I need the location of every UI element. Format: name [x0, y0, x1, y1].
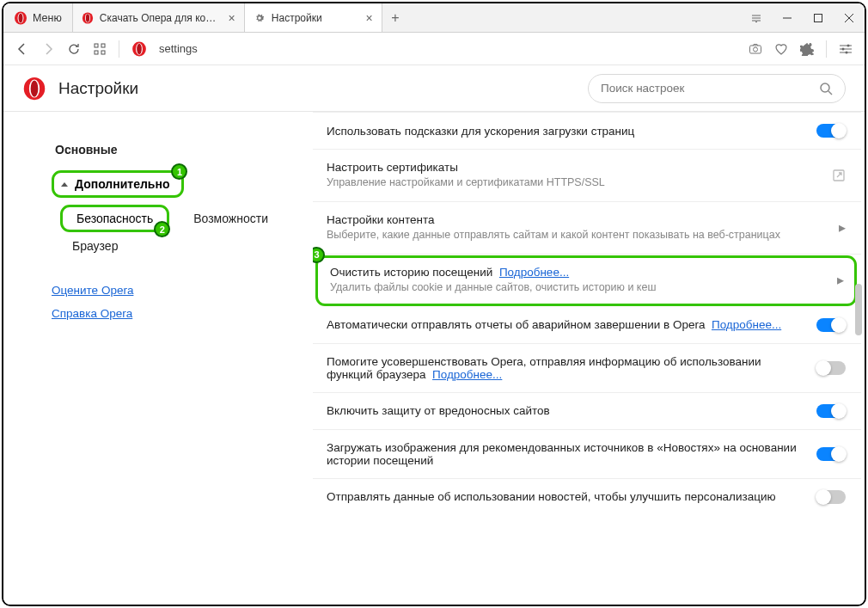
settings-search-input[interactable] — [601, 82, 810, 95]
svg-point-21 — [31, 80, 39, 96]
svg-point-13 — [137, 43, 142, 53]
new-tab-button[interactable]: + — [382, 3, 408, 32]
svg-point-22 — [821, 83, 829, 92]
row-title: Использовать подсказки для ускорения заг… — [327, 125, 806, 138]
settings-search[interactable] — [588, 74, 846, 103]
opera-menu-label: Меню — [33, 12, 62, 24]
row-usage-info[interactable]: Помогите усовершенствовать Opera, отправ… — [313, 344, 861, 393]
row-news-personalization[interactable]: Отправлять данные об использовании новос… — [313, 479, 861, 515]
row-content-settings[interactable]: Настройки контента Выберите, какие данны… — [313, 202, 861, 255]
svg-point-15 — [754, 47, 758, 52]
svg-rect-9 — [95, 51, 98, 54]
sidebar-label-security: Безопасность — [76, 212, 153, 225]
maximize-button[interactable] — [803, 3, 834, 32]
sidebar: Основные Дополнительно 1 Безопасность 2 … — [3, 112, 313, 605]
title-bar: Меню Скачать Опера для компь × Настройки… — [3, 3, 865, 33]
opera-logo-icon — [22, 77, 46, 101]
toggle-usage-info[interactable] — [816, 361, 846, 375]
row-subtitle: Выберите, какие данные отправлять сайтам… — [327, 228, 828, 243]
sidebar-label-advanced: Дополнительно — [75, 177, 169, 191]
row-news-images[interactable]: Загружать изображения для рекомендованны… — [313, 430, 861, 479]
svg-rect-6 — [815, 14, 822, 21]
forward-button[interactable] — [41, 42, 55, 56]
row-prediction-hints[interactable]: Использовать подсказки для ускорения заг… — [313, 112, 861, 150]
row-title: Включить защиту от вредоносных сайтов — [327, 404, 806, 417]
toggle-news-images[interactable] — [816, 447, 846, 461]
settings-list: Использовать подсказки для ускорения заг… — [313, 112, 865, 605]
learn-more-link[interactable]: Подробнее... — [432, 368, 502, 381]
sidebar-link-rate[interactable]: Оцените Opera — [52, 279, 133, 302]
row-title: Очистить историю посещений Подробнее... — [330, 266, 827, 279]
sidebar-link-help[interactable]: Справка Opera — [52, 302, 132, 325]
addon-icon[interactable] — [800, 42, 814, 56]
row-malware-protection[interactable]: Включить защиту от вредоносных сайтов — [313, 393, 861, 430]
page-title: Настройки — [58, 79, 588, 98]
window-controls — [741, 3, 865, 32]
opera-logo-icon — [14, 11, 28, 25]
row-clear-browsing-data[interactable]: 3 Очистить историю посещений Подробнее..… — [316, 256, 856, 305]
heart-icon[interactable] — [774, 42, 788, 56]
svg-point-16 — [847, 44, 850, 46]
sidebar-item-browser[interactable]: Браузер — [69, 232, 121, 260]
address-text[interactable]: settings — [159, 42, 737, 55]
tab-close-button[interactable]: × — [364, 11, 375, 25]
svg-point-17 — [842, 47, 845, 50]
row-title: Отправлять данные об использовании новос… — [327, 490, 806, 503]
tab-settings[interactable]: Настройки × — [245, 3, 382, 32]
row-title: Настройки контента — [327, 213, 828, 226]
chevron-right-icon: ▸ — [837, 272, 844, 288]
opera-menu-button[interactable]: Меню — [3, 3, 73, 32]
toggle-crash-reports[interactable] — [816, 318, 846, 332]
opera-favicon-icon — [82, 12, 94, 24]
row-subtitle: Управление настройками и сертификатами H… — [327, 175, 822, 190]
tab-title: Настройки — [272, 12, 358, 24]
sidebar-item-features[interactable]: Возможности — [190, 205, 272, 232]
row-title: Настроить сертификаты — [327, 161, 822, 174]
back-button[interactable] — [15, 42, 29, 56]
annotation-badge-1: 1 — [171, 163, 187, 180]
svg-rect-7 — [95, 44, 98, 47]
easy-setup-icon[interactable] — [839, 42, 853, 56]
snapshot-icon[interactable] — [749, 42, 762, 56]
svg-rect-8 — [101, 44, 105, 47]
row-crash-reports[interactable]: Автоматически отправлять отчеты об авари… — [313, 307, 861, 344]
row-title: Загружать изображения для рекомендованны… — [327, 441, 806, 467]
learn-more-link[interactable]: Подробнее... — [499, 266, 569, 279]
toolbar-menu-icon[interactable] — [741, 3, 772, 32]
row-title: Автоматически отправлять отчеты об авари… — [327, 318, 806, 331]
tab-download-opera[interactable]: Скачать Опера для компь × — [73, 3, 245, 32]
minimize-button[interactable] — [772, 3, 803, 32]
svg-point-5 — [86, 14, 89, 22]
scrollbar[interactable] — [855, 284, 862, 335]
sidebar-item-basic[interactable]: Основные — [52, 136, 121, 163]
row-certificates[interactable]: Настроить сертификаты Управление настрой… — [313, 150, 861, 202]
annotation-badge-3: 3 — [313, 247, 325, 263]
address-bar: settings — [3, 33, 865, 65]
page-header: Настройки — [3, 65, 865, 112]
annotation-badge-2: 2 — [154, 221, 170, 237]
external-link-icon — [832, 169, 846, 182]
sidebar-item-advanced[interactable]: Дополнительно 1 — [52, 170, 184, 198]
chevron-up-icon — [61, 182, 68, 187]
sidebar-item-security[interactable]: Безопасность 2 — [60, 205, 169, 232]
gear-icon — [254, 12, 266, 24]
chevron-right-icon: ▸ — [839, 219, 846, 236]
tab-close-button[interactable]: × — [227, 11, 237, 25]
toggle-malware-protection[interactable] — [816, 404, 846, 418]
close-window-button[interactable] — [834, 3, 865, 32]
toggle-news-personalization[interactable] — [816, 490, 846, 504]
opera-url-icon — [131, 41, 147, 57]
toggle-prediction-hints[interactable] — [816, 124, 846, 138]
row-title: Помогите усовершенствовать Opera, отправ… — [327, 355, 806, 381]
svg-rect-10 — [101, 51, 105, 54]
row-subtitle: Удалить файлы cookie и данные сайтов, оч… — [330, 280, 827, 295]
learn-more-link[interactable]: Подробнее... — [712, 318, 781, 331]
tab-title: Скачать Опера для компь — [100, 12, 221, 24]
svg-rect-14 — [750, 46, 761, 53]
svg-point-18 — [846, 51, 848, 53]
search-icon — [819, 82, 833, 95]
speed-dial-button[interactable] — [93, 42, 107, 56]
svg-point-2 — [19, 13, 23, 22]
reload-button[interactable] — [67, 42, 81, 56]
